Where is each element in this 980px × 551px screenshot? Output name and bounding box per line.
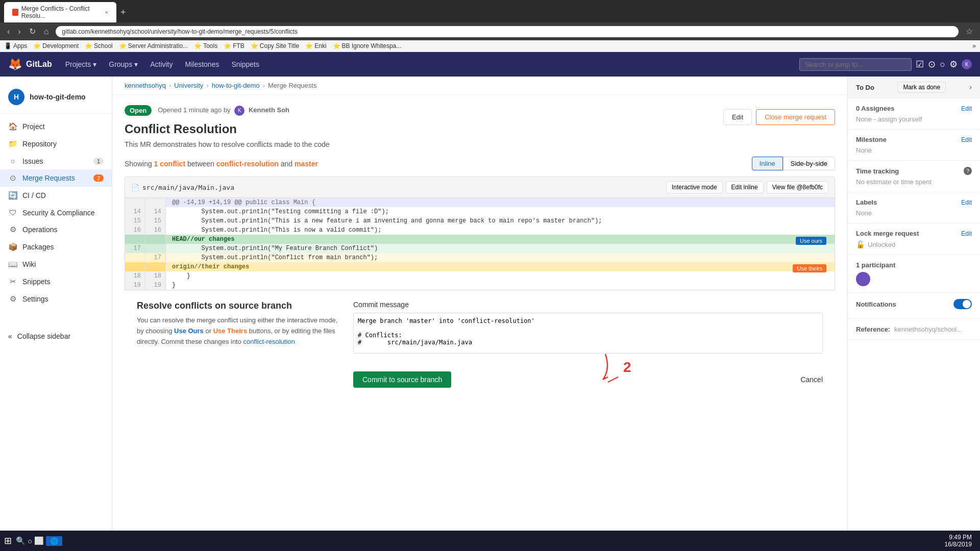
toggle-knob (963, 300, 971, 308)
commit-to-source-btn[interactable]: Commit to source branch (353, 371, 451, 388)
header-merge-icon[interactable]: ⊙ (928, 59, 936, 70)
new-tab-btn[interactable]: + (116, 5, 130, 20)
sidebar-item-security[interactable]: 🛡 Security & Compliance (0, 204, 112, 221)
side-by-side-btn[interactable]: Side-by-side (783, 157, 835, 170)
commit-message-input[interactable]: Merge branch 'master' into 'conflict-res… (353, 313, 823, 354)
tab-close-btn[interactable]: × (105, 9, 108, 15)
back-btn[interactable]: ‹ (4, 26, 13, 37)
commit-section: Commit message Merge branch 'master' int… (353, 300, 823, 400)
sidebar-item-repository[interactable]: 📁 Repository (0, 135, 112, 153)
interactive-mode-btn[interactable]: Interactive mode (666, 181, 723, 193)
sidebar-item-operations[interactable]: ⚙ Operations (0, 221, 112, 238)
active-tab[interactable]: Merge Conflicts - Conflict Resolu... × (4, 2, 116, 22)
refresh-btn[interactable]: ↻ (26, 26, 39, 37)
bookmark-copy-site[interactable]: ⭐ Copy Site Title (251, 42, 299, 49)
assignees-section: 0 Assignees Edit None - assign yourself (848, 98, 980, 130)
conflict-their-label-row: origin//their changes Use theirs (125, 262, 835, 271)
notifications-toggle[interactable] (953, 299, 972, 309)
bookmark-server[interactable]: ⭐ Server Administratio... (119, 42, 188, 49)
home-btn[interactable]: ⌂ (41, 26, 52, 37)
sidebar-item-settings[interactable]: ⚙ Settings (0, 290, 112, 308)
nav-activity[interactable]: Activity (145, 58, 178, 70)
nav-milestones[interactable]: Milestones (180, 58, 225, 70)
sidebar-project: H how-to-git-demo (0, 85, 112, 114)
taskbar-chrome-btn[interactable]: 🌐 (46, 536, 62, 546)
breadcrumb-user[interactable]: kennethsohyq (125, 82, 166, 89)
address-bar[interactable]: gitlab.com/kennethsohyq/school/universit… (56, 26, 959, 37)
bookmark-btn[interactable]: ☆ (963, 26, 976, 37)
sidebar-item-packages[interactable]: 📦 Packages (0, 238, 112, 256)
left-sidebar: H how-to-git-demo 🏠 Project 📁 Repository… (0, 77, 112, 546)
taskbar-task-view-icon[interactable]: ⬜ (34, 536, 44, 545)
todo-expand-icon[interactable]: › (969, 83, 972, 92)
line-new-16: 16 (145, 226, 166, 235)
bookmark-other[interactable]: » (972, 42, 976, 49)
close-mr-button[interactable]: Close merge request (756, 109, 835, 125)
search-input[interactable] (799, 58, 912, 71)
bookmark-apps[interactable]: 📱 Apps (4, 42, 27, 49)
bookmark-bb[interactable]: ⭐ BB Ignore Whitespa... (333, 42, 402, 49)
header-todo-icon[interactable]: ☑ (916, 59, 924, 70)
notifications-title: Notifications (856, 300, 896, 308)
bookmark-tools[interactable]: ⭐ Tools (194, 42, 217, 49)
view-file-btn[interactable]: View file @8efb0fc (767, 181, 828, 193)
sidebar-item-snippets[interactable]: ✂ Snippets (0, 273, 112, 290)
branch-link[interactable]: conflict-resolution (243, 338, 295, 345)
milestone-edit-link[interactable]: Edit (961, 136, 972, 143)
time-tracking-section: Time tracking ? No estimate or time spen… (848, 161, 980, 192)
lock-edit-link[interactable]: Edit (961, 230, 972, 237)
cancel-btn[interactable]: Cancel (800, 375, 823, 384)
use-ours-btn[interactable]: Use ours (796, 237, 826, 245)
edit-button[interactable]: Edit (723, 109, 752, 125)
sidebar-item-label-operations: Operations (22, 226, 57, 234)
breadcrumb-org[interactable]: University (174, 82, 203, 89)
header-issue-icon[interactable]: ○ (940, 59, 945, 70)
breadcrumb-repo[interactable]: how-to-git-demo (212, 82, 260, 89)
lock-title: Lock merge request (856, 230, 919, 237)
nav-projects[interactable]: Projects ▾ (60, 58, 102, 70)
inline-view-btn[interactable]: Inline (752, 157, 783, 170)
view-mode-selector: Inline Side-by-side (752, 157, 835, 170)
assignees-edit-link[interactable]: Edit (961, 105, 972, 112)
bookmark-enki[interactable]: ⭐ Enki (305, 42, 326, 49)
time-display: 9:49 PM (945, 534, 972, 541)
mark-done-btn[interactable]: Mark as done (897, 82, 946, 93)
sidebar-item-cicd[interactable]: 🔄 CI / CD (0, 187, 112, 204)
date-display: 16/8/2019 (945, 541, 972, 548)
header-settings-icon[interactable]: ⚙ (949, 59, 958, 70)
gitlab-logo-text: GitLab (26, 60, 52, 69)
line-code-15: System.out.println("This is a new featur… (166, 216, 835, 226)
collapse-sidebar-btn[interactable]: « Collapse sidebar (0, 328, 112, 344)
header-avatar[interactable]: K (962, 59, 972, 69)
code-line-16: 16 16 System.out.println("This is now a … (125, 226, 835, 235)
line-code-18: } (166, 271, 835, 281)
tab-title: Merge Conflicts - Conflict Resolu... (21, 5, 100, 19)
sidebar-item-project[interactable]: 🏠 Project (0, 118, 112, 135)
taskbar-search-icon[interactable]: 🔍 (16, 536, 26, 545)
sidebar-item-wiki[interactable]: 📖 Wiki (0, 256, 112, 273)
forward-btn[interactable]: › (15, 26, 23, 37)
edit-inline-btn[interactable]: Edit inline (726, 181, 764, 193)
time-help-icon[interactable]: ? (964, 167, 972, 175)
labels-edit-link[interactable]: Edit (961, 199, 972, 206)
use-theirs-btn[interactable]: Use theirs (793, 264, 826, 272)
taskbar-start-btn[interactable]: ⊞ (4, 535, 12, 546)
line-new-15: 15 (145, 216, 166, 226)
bookmark-ftb[interactable]: ⭐ FTB (224, 42, 244, 49)
taskbar-cortana-icon[interactable]: ○ (28, 537, 32, 545)
nav-groups[interactable]: Groups ▾ (104, 58, 143, 70)
participant-avatar (856, 272, 870, 286)
nav-snippets[interactable]: Snippets (226, 58, 264, 70)
line-old-16: 16 (125, 226, 145, 235)
bookmarks-bar: 📱 Apps ⭐ Development ⭐ School ⭐ Server A… (0, 40, 980, 52)
snippets-icon: ✂ (8, 277, 17, 286)
author-avatar: K (234, 106, 244, 116)
bookmark-dev[interactable]: ⭐ Development (33, 42, 79, 49)
conflicts-info: Showing 1 conflict between conflict-reso… (125, 157, 835, 170)
reference-section: Reference: kennethsohyq/school... (848, 319, 980, 340)
bookmark-school[interactable]: ⭐ School (85, 42, 113, 49)
sidebar-item-merge-requests[interactable]: ⊙ Merge Requests 2 (0, 169, 112, 187)
gitlab-logo[interactable]: 🦊 GitLab (8, 58, 52, 71)
toggle-switch[interactable] (953, 299, 972, 309)
sidebar-item-issues[interactable]: ○ Issues 1 (0, 153, 112, 169)
